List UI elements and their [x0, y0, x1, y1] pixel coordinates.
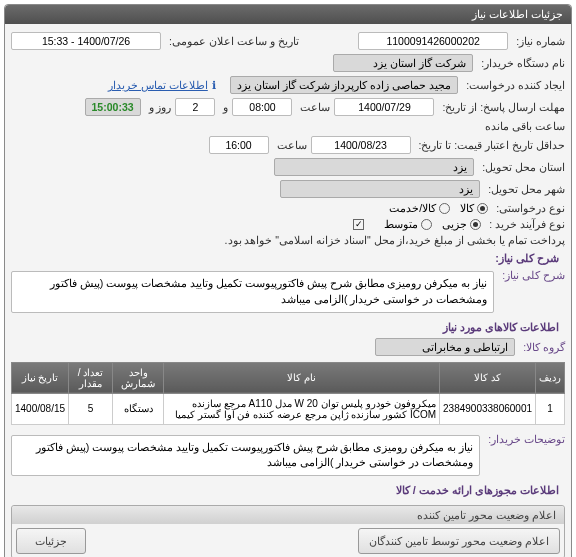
table-row[interactable]: 1 2384900338060001 میکروفون خودرو پلیس ت…: [12, 393, 565, 424]
requester-value: مجید حماصی زاده کارپرداز شرکت گاز استان …: [230, 76, 458, 94]
tab-supplier-status[interactable]: اعلام وضعیت محور توسط تامین کنندگان: [358, 528, 560, 554]
summary-title: شرح کلی نیاز:: [11, 248, 565, 267]
panel-title: جزئیات اطلاعات نیاز: [5, 5, 571, 24]
goods-table: ردیف کد کالا نام کالا واحد شمارش تعداد /…: [11, 362, 565, 425]
group-label: گروه کالا:: [519, 341, 565, 353]
remaining-label: ساعت باقی مانده: [481, 120, 565, 132]
radio-low[interactable]: جزیی: [442, 218, 481, 230]
contact-link[interactable]: اطلاعات تماس خریدار: [108, 79, 208, 91]
summary-label: شرح کلی نیاز:: [498, 269, 565, 281]
th-qty: تعداد / مقدار: [69, 362, 113, 393]
public-date-label: تاریخ و ساعت اعلان عمومی:: [165, 35, 299, 47]
td-idx: 1: [536, 393, 565, 424]
delivery-province-label: استان محل تحویل:: [478, 161, 565, 173]
credit-time-input[interactable]: [209, 136, 269, 154]
td-qty: 5: [69, 393, 113, 424]
radio-mid[interactable]: متوسط: [384, 218, 432, 230]
radio-service-label: کالا/خدمت: [389, 202, 436, 214]
delivery-city-value: یزد: [280, 180, 480, 198]
time-label-1: ساعت: [296, 101, 330, 113]
td-code: 2384900338060001: [440, 393, 536, 424]
table-header-row: ردیف کد کالا نام کالا واحد شمارش تعداد /…: [12, 362, 565, 393]
deadline-date-input[interactable]: [334, 98, 434, 116]
payment-note: پرداخت تمام یا بخشی از مبلغ خرید،از محل …: [221, 234, 565, 246]
deadline-label: مهلت ارسال پاسخ: از تاریخ:: [438, 101, 565, 113]
delivery-city-label: شهر محل تحویل:: [484, 183, 565, 195]
permits-title: اطلاعات مجوزهای ارائه خدمت / کالا: [11, 480, 565, 499]
th-date: تاریخ نیاز: [12, 362, 69, 393]
deadline-time-input[interactable]: [232, 98, 292, 116]
item-type-radios: کالا کالا/خدمت: [389, 202, 488, 214]
public-date-input[interactable]: [11, 32, 161, 50]
requester-label: ایجاد کننده درخواست:: [462, 79, 565, 91]
payment-checkbox[interactable]: [353, 219, 364, 230]
radio-icon: [477, 203, 488, 214]
and-label: و: [219, 101, 228, 113]
radio-icon: [470, 219, 481, 230]
td-unit: دستگاه: [112, 393, 164, 424]
req-number-input[interactable]: [358, 32, 508, 50]
bottom-subpanel: اعلام وضعیت محور تامین کننده اعلام وضعیت…: [11, 505, 565, 557]
td-date: 1400/08/15: [12, 393, 69, 424]
buyer-org-value: شرکت گاز استان یزد: [333, 54, 473, 72]
credit-label: حداقل تاریخ اعتبار قیمت: تا تاریخ:: [415, 139, 565, 151]
days-input[interactable]: [175, 98, 215, 116]
radio-icon: [421, 219, 432, 230]
summary-text: نیاز به میکرفن رومیزی مطابق شرح پیش فاکت…: [11, 271, 494, 313]
notes-text: نیاز به میکرفن رومیزی مطابق شرح پیش فاکت…: [11, 435, 480, 477]
goods-title: اطلاعات کالاهای مورد نیاز: [11, 317, 565, 336]
td-name: میکروفون خودرو پلیس توان 20 W مدل A110 م…: [164, 393, 440, 424]
notes-label: توضیحات خریدار:: [484, 433, 565, 445]
th-idx: ردیف: [536, 362, 565, 393]
radio-icon: [439, 203, 450, 214]
item-type-label: نوع درخواستی:: [492, 202, 565, 214]
time-label-2: ساعت: [273, 139, 307, 151]
th-code: کد کالا: [440, 362, 536, 393]
info-icon: ℹ: [212, 79, 216, 92]
buyer-org-label: نام دستگاه خریدار:: [477, 57, 565, 69]
countdown-value: 15:00:33: [85, 98, 141, 116]
radio-mid-label: متوسط: [384, 218, 418, 230]
th-unit: واحد شمارش: [112, 362, 164, 393]
radio-goods-label: کالا: [460, 202, 474, 214]
delivery-province-value: یزد: [274, 158, 474, 176]
subpanel-header: اعلام وضعیت محور تامین کننده: [12, 506, 564, 524]
days-label: روز و: [145, 101, 172, 113]
radio-goods[interactable]: کالا: [460, 202, 488, 214]
radio-low-label: جزیی: [442, 218, 467, 230]
th-name: نام کالا: [164, 362, 440, 393]
process-radios: جزیی متوسط: [384, 218, 481, 230]
details-button[interactable]: جزئیات: [16, 528, 86, 554]
main-panel: جزئیات اطلاعات نیاز شماره نیاز: تاریخ و …: [4, 4, 572, 557]
req-number-label: شماره نیاز:: [512, 35, 565, 47]
group-value: ارتباطی و مخابراتی: [375, 338, 515, 356]
credit-date-input[interactable]: [311, 136, 411, 154]
radio-service[interactable]: کالا/خدمت: [389, 202, 450, 214]
process-label: نوع فرآیند خرید :: [485, 218, 565, 230]
